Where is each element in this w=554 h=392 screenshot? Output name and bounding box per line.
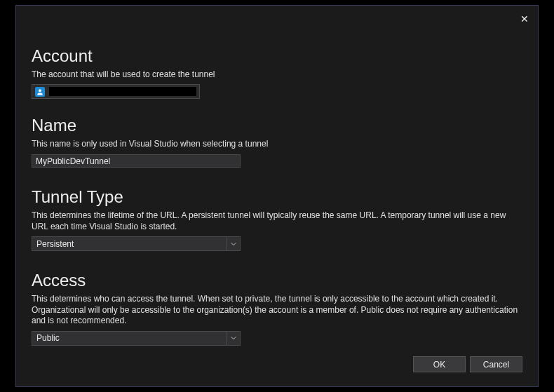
section-name: Name This name is only used in Visual St… [32, 116, 522, 168]
tunnel-type-dropdown[interactable]: Persistent [32, 236, 241, 251]
cancel-button[interactable]: Cancel [470, 356, 522, 372]
access-dropdown[interactable]: Public [32, 331, 241, 346]
tunnel-type-value: Persistent [36, 239, 74, 249]
section-access: Access This determines who can access th… [32, 271, 522, 346]
close-icon: ✕ [520, 13, 529, 25]
chevron-down-icon [227, 332, 240, 345]
section-account: Account The account that will be used to… [32, 46, 522, 99]
create-tunnel-dialog: ✕ Account The account that will be used … [15, 5, 539, 387]
name-title: Name [32, 116, 522, 136]
close-button[interactable]: ✕ [515, 10, 534, 28]
account-selector[interactable] [32, 84, 200, 99]
account-icon [35, 87, 45, 97]
svg-point-0 [39, 89, 41, 92]
dialog-content: Account The account that will be used to… [32, 46, 522, 365]
section-tunnel-type: Tunnel Type This determines the lifetime… [32, 187, 522, 251]
access-desc: This determines who can access the tunne… [32, 294, 522, 327]
account-desc: The account that will be used to create … [32, 69, 522, 81]
name-input[interactable] [32, 154, 241, 168]
account-value-redacted [49, 87, 196, 96]
dialog-footer: OK Cancel [413, 356, 522, 372]
ok-button[interactable]: OK [413, 356, 466, 372]
chevron-down-icon [227, 237, 240, 250]
name-desc: This name is only used in Visual Studio … [32, 139, 522, 150]
tunnel-type-title: Tunnel Type [32, 187, 522, 208]
access-title: Access [32, 271, 522, 291]
access-value: Public [36, 333, 60, 343]
tunnel-type-desc: This determines the lifetime of the URL.… [32, 210, 522, 232]
account-title: Account [32, 46, 522, 67]
